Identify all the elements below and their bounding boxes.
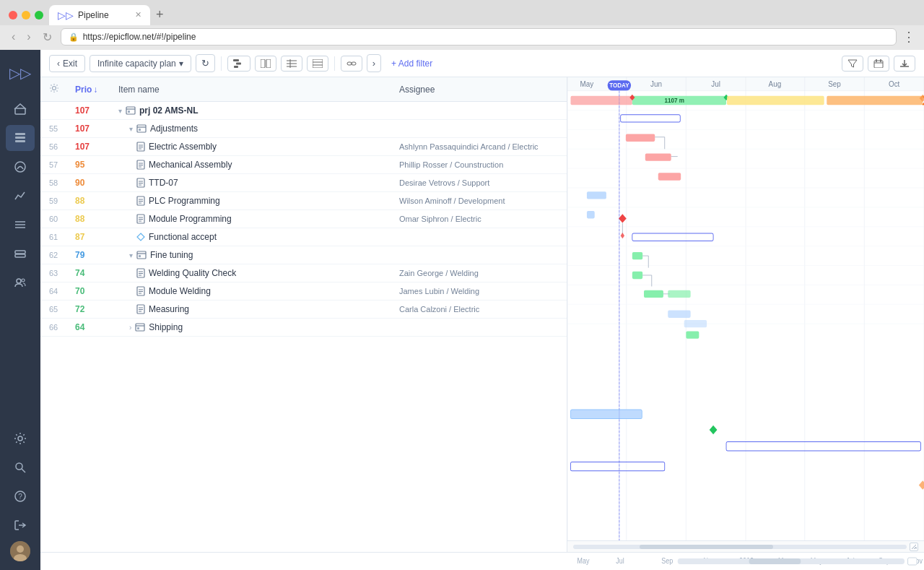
row-priority: 79 (75, 250, 118, 260)
horizontal-scrollbar-thumb[interactable] (640, 545, 773, 549)
sidebar-item-users[interactable] (6, 269, 35, 295)
svg-rect-155 (908, 558, 918, 565)
traffic-light-yellow[interactable] (22, 11, 30, 20)
view-table-button[interactable] (307, 56, 328, 72)
row-item-name: Electric Assembly (118, 142, 399, 152)
more-button[interactable]: › (367, 54, 381, 72)
svg-text:Sep: Sep (828, 79, 841, 89)
add-filter-button[interactable]: + Add filter (385, 56, 438, 72)
svg-point-18 (17, 545, 24, 553)
table-row[interactable]: 64 70 Module Welding James Lubin / Weldi… (40, 282, 567, 301)
link-button[interactable] (341, 56, 362, 72)
refresh-button[interactable]: ↻ (40, 29, 55, 46)
svg-text:Jul: Jul (616, 556, 624, 565)
prio-column-header[interactable]: Prio ↓ (75, 85, 118, 95)
table-row[interactable]: 65 72 Measuring Carla Calzoni / Electric (40, 301, 567, 319)
calendar-icon (873, 59, 884, 68)
new-tab-button[interactable]: + (150, 4, 170, 25)
svg-point-11 (22, 279, 25, 282)
toolbar-separator-2 (334, 56, 335, 71)
sidebar-item-help[interactable]: ? (6, 483, 35, 509)
expand-icon[interactable]: › (129, 324, 131, 332)
exit-button[interactable]: ‹ Exit (49, 55, 85, 72)
svg-rect-3 (15, 140, 25, 142)
svg-rect-21 (236, 62, 241, 64)
forward-button[interactable]: › (24, 29, 33, 45)
filter-icon-button[interactable] (842, 56, 863, 72)
table-row[interactable]: 61 87 Functional accept (40, 228, 567, 246)
sidebar-item-analytics[interactable] (6, 154, 35, 180)
traffic-light-green[interactable] (35, 11, 43, 20)
browser-menu-button[interactable]: ⋮ (902, 29, 915, 45)
table-row[interactable]: 57 95 Mechanical Assembly Phillip Rosser… (40, 156, 567, 174)
table-row[interactable]: 107 ▾ prj 02 AMS-NL (40, 102, 567, 120)
svg-point-13 (16, 463, 22, 470)
back-button[interactable]: ‹ (9, 29, 18, 45)
group-icon (136, 124, 147, 134)
row-item-name: ▾ Fine tuning (118, 250, 399, 260)
address-bar[interactable]: 🔒 https://epicflow.net/#!/pipeline (61, 28, 897, 46)
refresh-button[interactable]: ↻ (196, 54, 215, 72)
table-row[interactable]: 59 88 PLC Programming Wilson Aminoff / D… (40, 192, 567, 210)
sidebar-item-chart[interactable] (6, 183, 35, 209)
gantt-horizontal-scrollbar[interactable] (567, 540, 924, 552)
view-columns-button[interactable] (281, 56, 302, 72)
home-icon (14, 103, 27, 116)
svg-rect-122 (658, 173, 681, 180)
expand-icon[interactable]: ▾ (129, 251, 133, 259)
gauge-icon (14, 160, 27, 173)
sidebar-item-stack[interactable] (6, 241, 35, 267)
settings-column-header[interactable] (49, 83, 75, 95)
table-row[interactable]: 58 90 TTD-07 Desirae Vetrovs / Support (40, 174, 567, 192)
gantt-icon (233, 59, 245, 68)
row-priority: 88 (75, 214, 118, 224)
scroll-size-button[interactable] (910, 543, 918, 551)
svg-rect-32 (874, 61, 883, 68)
task-icon (136, 178, 145, 188)
row-item-name: TTD-07 (118, 178, 399, 188)
expand-icon[interactable]: ▾ (129, 125, 133, 133)
traffic-light-red[interactable] (9, 11, 17, 20)
bottom-gantt-area: May Jul Sep Nov 2018 Mar May Jul Sep Nov (567, 553, 924, 571)
table-row[interactable]: 60 88 Module Programming Omar Siphron / … (40, 210, 567, 228)
sidebar-item-search[interactable] (6, 454, 35, 480)
sidebar-item-logout[interactable] (6, 512, 35, 538)
svg-rect-123 (587, 191, 606, 199)
calendar-button[interactable] (868, 56, 889, 72)
resize-icon (911, 544, 917, 550)
capacity-plan-dropdown[interactable]: Infinite capacity plan ▾ (90, 55, 191, 72)
sidebar-item-table[interactable] (6, 125, 35, 151)
columns-icon (287, 59, 297, 68)
view-split-button[interactable] (255, 56, 276, 72)
add-filter-label: + Add filter (391, 59, 432, 69)
svg-rect-127 (632, 252, 642, 259)
avatar[interactable] (10, 541, 30, 561)
row-item-name: Measuring (118, 304, 399, 314)
row-item-name: Mechanical Assembly (118, 160, 399, 170)
row-item-name: ▾ Adjustments (118, 124, 399, 134)
sidebar-item-settings[interactable] (6, 426, 35, 452)
app-logo[interactable]: ▷▷ (4, 59, 37, 87)
table-row[interactable]: 62 79 ▾ Fine tuning (40, 246, 567, 264)
sidebar-item-list[interactable] (6, 212, 35, 238)
export-button[interactable] (894, 56, 915, 72)
row-priority: 87 (75, 232, 118, 242)
capacity-plan-label: Infinite capacity plan (97, 59, 176, 69)
table-row[interactable]: 66 64 › Shipping (40, 319, 567, 337)
table-row[interactable]: 55 107 ▾ Adjustments (40, 120, 567, 138)
tab-close-button[interactable]: ✕ (135, 10, 141, 20)
row-priority: 95 (75, 160, 118, 170)
gantt-chart: May Jun Jul Aug Sep Oct TODAY (567, 77, 924, 540)
table-row[interactable]: 56 107 Electric Assembly Ashlynn Passaqu… (40, 138, 567, 156)
row-item-name: Module Welding (118, 286, 399, 296)
row-priority: 64 (75, 322, 118, 332)
layers-icon (14, 247, 27, 260)
table-row[interactable]: 63 74 Welding Quality Check Zain George … (40, 264, 567, 282)
chart-icon (14, 189, 27, 202)
svg-rect-39 (128, 111, 130, 113)
expand-icon[interactable]: ▾ (118, 107, 122, 115)
browser-tab[interactable]: ▷▷ Pipeline ✕ (49, 5, 150, 25)
svg-rect-63 (137, 251, 146, 259)
view-gantt-button[interactable] (227, 56, 250, 72)
sidebar-item-home[interactable] (6, 96, 35, 122)
